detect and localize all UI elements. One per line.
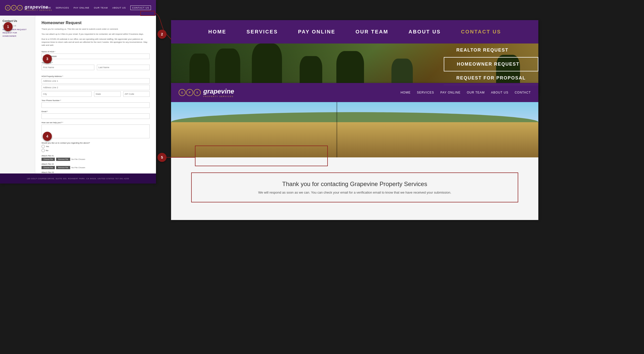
rtnav-our-team[interactable]: OUR TEAM	[355, 29, 388, 35]
first-name-input[interactable]	[42, 65, 94, 70]
help-textarea[interactable]	[42, 124, 150, 138]
radio-no-label[interactable]: No	[42, 149, 150, 152]
radio-no[interactable]	[42, 149, 45, 152]
dropdown-proposal[interactable]: REQUEST FOR PROPOSAL	[444, 71, 538, 85]
annotation-1: 1	[4, 22, 13, 31]
dropdown-homeowner[interactable]: HOMEOWNER REQUEST	[444, 57, 538, 71]
name-group: Your Name *	[42, 62, 150, 73]
address-label: HOA Property Address *	[42, 75, 150, 77]
remove-file1-button[interactable]: Remove File	[56, 158, 70, 161]
nav-our-team[interactable]: OUR TEAM	[94, 7, 108, 9]
file2-group: Attach File #2 Choose File Remove File N…	[42, 163, 150, 169]
address1-input[interactable]	[42, 78, 150, 84]
rb-logo-p: P	[186, 89, 193, 96]
right-bottom-nav: G P S grapevine PROPERTY SERVICES HOME S…	[171, 83, 538, 102]
rbnav-home[interactable]: HOME	[400, 91, 411, 94]
zip-input[interactable]	[123, 91, 150, 97]
footer-text: 185 GOLF COURSE DRIVE, SUITE 300, ROHNER…	[27, 178, 129, 180]
nav-about-us[interactable]: ABOUT US	[112, 7, 126, 9]
rbnav-contact[interactable]: CONTACT	[515, 91, 531, 94]
rbnav-services[interactable]: SERVICES	[417, 91, 434, 94]
file2-label: Attach File #2	[42, 163, 150, 165]
hoa-label: Name of HOA *	[42, 51, 150, 53]
file3-label: Attach File #3	[42, 171, 150, 173]
field	[171, 122, 538, 157]
name-row	[42, 65, 150, 73]
form-desc: Thank you for contacting us. This link c…	[42, 28, 150, 31]
last-name-input[interactable]	[97, 65, 150, 70]
rb-nav-links: HOME SERVICES PAY ONLINE OUR TEAM ABOUT …	[400, 91, 531, 94]
choose-file1-button[interactable]: Choose File	[42, 158, 55, 161]
choose-file2-button[interactable]: Choose File	[42, 166, 55, 169]
email-input[interactable]	[42, 113, 150, 119]
dropdown-realtor[interactable]: REALTOR REQUEST	[444, 43, 538, 57]
rb-logo-text-block: grapevine PROPERTY SERVICES	[203, 87, 234, 98]
rtnav-about-us[interactable]: ABOUT US	[409, 29, 441, 35]
file2-chosen: No File Chosen	[71, 166, 85, 169]
sidebar-item-homeowner2[interactable]: HOMEOWNER	[3, 34, 32, 38]
phone-input[interactable]	[42, 102, 150, 108]
svg-line-0	[167, 34, 171, 39]
file1-group: Attach File #1 Choose File Remove File N…	[42, 155, 150, 161]
annotation-4: 4	[43, 132, 52, 141]
hero-image-bottom	[171, 102, 538, 157]
content-area: Contact Us CONTACT US HOMEOWNER REQUEST …	[0, 16, 156, 184]
rtnav-home[interactable]: HOME	[208, 29, 226, 35]
state-input[interactable]	[94, 91, 121, 97]
logo-circles: G P S	[5, 5, 23, 11]
phone-label: Your Phone Number *	[42, 99, 150, 102]
first-name-group	[42, 65, 94, 70]
thank-you-title: Thank you for contacting Grapevine Prope…	[202, 181, 508, 188]
footer: 185 GOLF COURSE DRIVE, SUITE 300, ROHNER…	[0, 173, 156, 184]
top-nav: G P S grapevine PROPERTY SERVICES HOME S…	[0, 0, 156, 16]
city-input[interactable]	[42, 91, 92, 97]
rb-logo-circles: G P S	[179, 89, 201, 96]
annotation-2: 2	[157, 30, 167, 39]
annotation-3: 3	[43, 54, 52, 63]
rb-logo-sub: PROPERTY SERVICES	[203, 95, 234, 98]
file2-buttons: Choose File Remove File No File Chosen	[42, 166, 150, 169]
nav-home[interactable]: HOME	[43, 7, 51, 9]
rb-logo-text: grapevine	[203, 87, 234, 95]
email-label: Email *	[42, 110, 150, 113]
file1-label: Attach File #1	[42, 155, 150, 157]
rtnav-services[interactable]: SERVICES	[247, 29, 278, 35]
hoa-name-group: Name of HOA *	[42, 51, 150, 59]
city-state-zip-row	[42, 91, 150, 97]
rtnav-pay-online[interactable]: PAY ONLINE	[298, 29, 336, 35]
email-group: Email *	[42, 110, 150, 119]
last-name-group	[97, 65, 150, 70]
phone-group: Your Phone Number *	[42, 99, 150, 108]
rbnav-pay-online[interactable]: PAY ONLINE	[440, 91, 461, 94]
radio-yes[interactable]	[42, 145, 45, 148]
logo-circle-s: S	[17, 5, 23, 11]
contact-group: Would you like us to contact you regardi…	[42, 142, 150, 152]
name-label: Your Name *	[42, 62, 150, 64]
radio-yes-label[interactable]: Yes	[42, 145, 150, 148]
nav-links: HOME SERVICES PAY ONLINE OUR TEAM ABOUT …	[43, 6, 151, 10]
help-label: How can we help you? *	[42, 121, 150, 124]
help-group: How can we help you? *	[42, 121, 150, 139]
address2-input[interactable]	[42, 85, 150, 90]
right-bottom-panel: G P S grapevine PROPERTY SERVICES HOME S…	[171, 83, 538, 220]
right-top-nav: HOME SERVICES PAY ONLINE OUR TEAM ABOUT …	[171, 20, 538, 43]
contact-label: Would you like us to contact you regardi…	[42, 142, 150, 144]
file1-buttons: Choose File Remove File No File Chosen	[42, 158, 150, 161]
rb-logo-g: G	[179, 89, 186, 96]
rbnav-about-us[interactable]: ABOUT US	[491, 91, 508, 94]
form-desc2: You can attach up to 3 files to your ema…	[42, 33, 150, 36]
nav-pay-online[interactable]: PAY ONLINE	[74, 7, 90, 9]
form-title: Homeowner Request	[42, 21, 150, 25]
rtnav-contact-us[interactable]: CONTACT US	[461, 29, 501, 35]
nav-contact-us[interactable]: CONTACT US	[130, 6, 151, 10]
sidebar-item-request[interactable]: REQUEST FOR	[3, 31, 32, 34]
nav-services[interactable]: SERVICES	[56, 7, 69, 9]
hoa-input[interactable]	[42, 54, 150, 59]
path	[336, 102, 337, 157]
rb-logo-area: G P S grapevine PROPERTY SERVICES	[179, 87, 234, 98]
thank-you-text: We will respond as soon as we can. You c…	[202, 191, 508, 194]
file1-chosen: No File Chosen	[71, 158, 85, 160]
left-panel: G P S grapevine PROPERTY SERVICES HOME S…	[0, 0, 156, 184]
rbnav-our-team[interactable]: OUR TEAM	[467, 91, 485, 94]
remove-file2-button[interactable]: Remove File	[56, 166, 70, 169]
